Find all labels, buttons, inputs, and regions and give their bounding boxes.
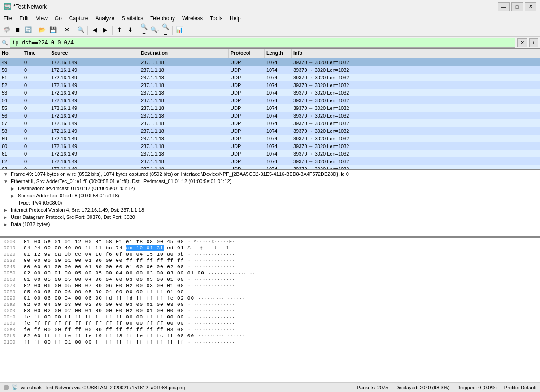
packet-list: No. Time Source Destination Protocol Len… xyxy=(0,49,540,170)
table-row[interactable]: 490172.16.1.49237.1.1.18UDP107439370 → 3… xyxy=(0,58,540,66)
hex-row[interactable]: 004000 00 01 00 00 00 01 00 00 00 01 00 … xyxy=(0,264,540,270)
packet-cell: UDP xyxy=(229,120,265,126)
hex-row[interactable]: 005002 00 00 01 00 05 00 05 00 04 00 00 … xyxy=(0,270,540,276)
table-row[interactable]: 500172.16.1.49237.1.1.18UDP107439370 → 3… xyxy=(0,66,540,74)
filter-input[interactable]: ip.dst==224.0.0.0/4 xyxy=(10,38,515,48)
hex-ascii: ················ xyxy=(187,289,235,295)
hex-ascii: ················ xyxy=(187,327,235,332)
menu-item-view[interactable]: View xyxy=(32,13,51,23)
hex-row[interactable]: 003000 00 00 00 01 00 01 00 00 00 ff ff … xyxy=(0,257,540,264)
table-row[interactable]: 610172.16.1.49237.1.1.18UDP107439370 → 3… xyxy=(0,150,540,157)
restart-capture-button[interactable]: 🔄 xyxy=(23,25,33,35)
hex-row[interactable]: 00b003 00 02 00 02 00 01 00 00 00 02 00 … xyxy=(0,308,540,314)
table-row[interactable]: 570172.16.1.49237.1.1.18UDP107439370 → 3… xyxy=(0,119,540,127)
table-row[interactable]: 520172.16.1.49237.1.1.18UDP107439370 → 3… xyxy=(0,81,540,89)
hex-row[interactable]: 00f002 00 ff ff fe ff fe f9 ff f8 ff fe … xyxy=(0,333,540,339)
column-header-protocol[interactable]: Protocol xyxy=(229,49,265,58)
column-header-length[interactable]: Length xyxy=(265,49,292,58)
stop-capture-button[interactable]: ⏹ xyxy=(13,25,22,35)
hex-offset: 0030 xyxy=(4,258,24,263)
packet-cell: 52 xyxy=(0,82,22,88)
packet-cell: 1074 xyxy=(265,59,292,65)
table-row[interactable]: 550172.16.1.49237.1.1.18UDP107439370 → 3… xyxy=(0,104,540,112)
hex-row[interactable]: 00d0fe ff ff ff ff ff ff ff ff ff 00 00 … xyxy=(0,320,540,327)
menu-item-tools[interactable]: Tools xyxy=(206,13,226,23)
hex-row[interactable]: 002001 12 99 ca 0b cc 04 10 f6 0f 00 04 … xyxy=(0,251,540,257)
packet-cell: UDP xyxy=(229,151,265,157)
table-row[interactable]: 630172.16.1.49237.1.1.18UDP107439370 → 3… xyxy=(0,165,540,169)
packet-cell: UDP xyxy=(229,97,265,104)
maximize-button[interactable]: □ xyxy=(511,2,523,11)
packet-cell: 39370 → 3020 Len=1032 xyxy=(292,97,540,104)
hex-row[interactable]: 009001 00 06 00 04 00 06 00 fd ff fd ff … xyxy=(0,295,540,301)
hex-ascii: ················ xyxy=(187,321,235,326)
hex-ascii: $···@····t···1·· xyxy=(187,245,235,251)
column-header-destination[interactable]: Destination xyxy=(139,49,229,58)
column-header-source[interactable]: Source xyxy=(49,49,139,58)
menu-item-wireless[interactable]: Wireless xyxy=(179,13,206,23)
packet-cell: UDP xyxy=(229,143,265,149)
table-row[interactable]: 560172.16.1.49237.1.1.18UDP107439370 → 3… xyxy=(0,112,540,119)
scroll-down-button[interactable]: ⬇ xyxy=(125,25,135,35)
menu-item-capture[interactable]: Capture xyxy=(65,13,92,23)
main-content: No. Time Source Destination Protocol Len… xyxy=(0,49,540,382)
packet-cell: 0 xyxy=(22,151,49,157)
zoom-reset-button[interactable]: 🔍= xyxy=(161,25,170,35)
detail-row[interactable]: ▶User Datagram Protocol, Src Port: 39370… xyxy=(0,213,540,221)
hex-row[interactable]: 000001 00 5e 01 01 12 00 0f 58 01 e1 f8 … xyxy=(0,239,540,245)
status-packets: Packets: 2075 xyxy=(357,385,388,390)
hex-row[interactable]: 006001 00 05 00 05 00 04 00 04 00 03 00 … xyxy=(0,276,540,283)
detail-row[interactable]: ▶Source: AdderTec_01:e1:f8 (00:0f:58:01:… xyxy=(0,192,540,199)
hex-row[interactable]: 00e0fe ff 00 00 ff ff 00 00 ff ff ff ff … xyxy=(0,327,540,333)
next-button[interactable]: ▶ xyxy=(100,25,110,35)
menu-item-file[interactable]: File xyxy=(0,13,16,23)
hex-row[interactable]: 001004 24 00 00 40 00 1f 11 bc 74 ac 10 … xyxy=(0,245,540,251)
menu-item-help[interactable]: Help xyxy=(226,13,244,23)
hex-row[interactable]: 007002 00 06 00 05 00 07 00 06 00 02 00 … xyxy=(0,283,540,289)
packet-cell: UDP xyxy=(229,128,265,134)
table-row[interactable]: 620172.16.1.49237.1.1.18UDP107439370 → 3… xyxy=(0,157,540,165)
detail-row[interactable]: ▼Frame 49: 1074 bytes on wire (8592 bits… xyxy=(0,170,540,178)
packet-cell: 172.16.1.49 xyxy=(49,158,139,165)
column-header-info[interactable]: Info xyxy=(292,49,540,58)
start-capture-button[interactable]: 🦈 xyxy=(2,25,12,35)
packet-cell: 1074 xyxy=(265,113,292,119)
column-header-no[interactable]: No. xyxy=(0,49,22,58)
save-button[interactable]: 💾 xyxy=(48,25,58,35)
menu-item-edit[interactable]: Edit xyxy=(16,13,32,23)
hex-row[interactable]: 0100ff ff 00 ff 01 00 00 ff ff ff ff ff … xyxy=(0,339,540,345)
zoom-in-button[interactable]: 🔍+ xyxy=(139,25,149,35)
packet-table-body: 490172.16.1.49237.1.1.18UDP107439370 → 3… xyxy=(0,58,540,169)
menu-item-go[interactable]: Go xyxy=(51,13,65,23)
table-row[interactable]: 600172.16.1.49237.1.1.18UDP107439370 → 3… xyxy=(0,142,540,150)
filter-clear-button[interactable]: ✕ xyxy=(517,38,527,47)
table-row[interactable]: 510172.16.1.49237.1.1.18UDP107439370 → 3… xyxy=(0,74,540,81)
scroll-up-button[interactable]: ⬆ xyxy=(114,25,124,35)
open-file-button[interactable]: 📂 xyxy=(37,25,47,35)
close-button[interactable]: ✕ xyxy=(525,2,536,11)
menu-item-statistics[interactable]: Statistics xyxy=(118,13,147,23)
prev-button[interactable]: ◀ xyxy=(90,25,100,35)
zoom-out-button[interactable]: 🔍- xyxy=(150,25,160,35)
close-button[interactable]: ✕ xyxy=(62,25,72,35)
hex-row[interactable]: 00c0fe ff 00 00 ff ff ff ff ff ff 00 00 … xyxy=(0,314,540,320)
table-row[interactable]: 540172.16.1.49237.1.1.18UDP107439370 → 3… xyxy=(0,96,540,104)
minimize-button[interactable]: — xyxy=(498,2,510,11)
hex-pane: 000001 00 5e 01 01 12 00 0f 58 01 e1 f8 … xyxy=(0,238,540,382)
detail-row[interactable]: ▶Internet Protocol Version 4, Src: 172.1… xyxy=(0,206,540,213)
detail-row[interactable]: ▶Destination: IPv4mcast_01:01:12 (01:00:… xyxy=(0,185,540,192)
table-row[interactable]: 580172.16.1.49237.1.1.18UDP107439370 → 3… xyxy=(0,127,540,135)
expand-arrow-icon: ▶ xyxy=(4,222,9,227)
detail-row[interactable]: ▶Data (1032 bytes) xyxy=(0,221,540,228)
table-row[interactable]: 590172.16.1.49237.1.1.18UDP107439370 → 3… xyxy=(0,135,540,142)
find-button[interactable]: 🔍 xyxy=(76,25,86,35)
menu-item-telephony[interactable]: Telephony xyxy=(147,13,179,23)
coloring-button[interactable]: 📊 xyxy=(174,25,184,35)
column-header-time[interactable]: Time xyxy=(22,49,49,58)
menu-item-analyze[interactable]: Analyze xyxy=(92,13,118,23)
table-row[interactable]: 530172.16.1.49237.1.1.18UDP107439370 → 3… xyxy=(0,89,540,96)
hex-row[interactable]: 008005 00 06 00 06 00 05 00 04 00 00 00 … xyxy=(0,289,540,295)
detail-row[interactable]: ▼Ethernet II, Src: AdderTec_01:e1:f8 (00… xyxy=(0,178,540,185)
filter-add-button[interactable]: + xyxy=(529,38,538,47)
hex-row[interactable]: 00a002 00 04 00 03 00 02 00 00 00 03 00 … xyxy=(0,301,540,308)
